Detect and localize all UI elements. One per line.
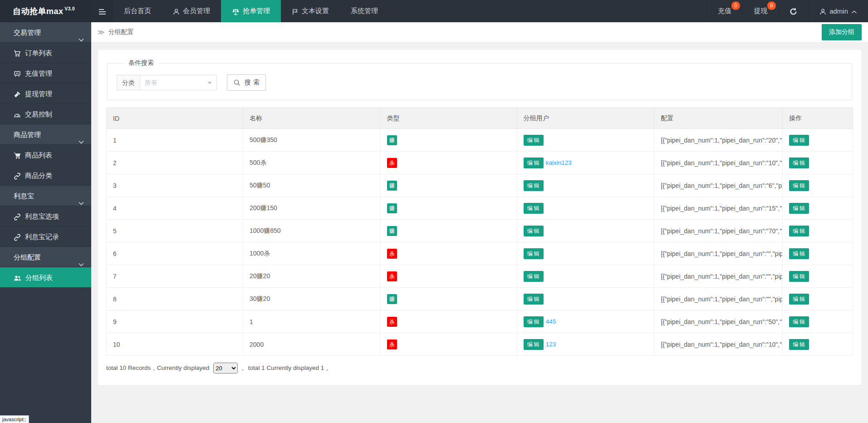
sidebar-item-recharge-mgmt[interactable]: 充值管理	[0, 63, 91, 84]
cell-actions: 编辑	[783, 265, 853, 288]
sidebar-section-trade[interactable]: 交易管理	[0, 22, 91, 43]
link-icon	[14, 226, 21, 247]
sidebar-toggle-button[interactable]	[91, 0, 113, 22]
withdraw-button[interactable]: 提现 0	[742, 0, 778, 22]
col-header-config: 配置	[654, 108, 783, 129]
sidebar-item-order-list[interactable]: 订单列表	[0, 43, 91, 63]
search-button[interactable]: 搜索	[227, 74, 266, 91]
type-badge: 赚	[387, 226, 397, 236]
cell-actions: 编辑	[783, 174, 853, 197]
group-user-link[interactable]: 445	[546, 318, 556, 325]
group-user-edit-button[interactable]: 编辑	[524, 135, 544, 146]
cell-type: 赚	[380, 220, 517, 242]
cell-group-user: 编辑445	[517, 310, 654, 333]
row-edit-button[interactable]: 编辑	[789, 339, 809, 350]
group-user-link[interactable]: kaixin123	[546, 159, 572, 166]
table-row: 3 50赚50 赚 编辑 [{"pipei_dan_num":1,"pipei_…	[107, 174, 853, 197]
nav-item-grab-order[interactable]: 抢单管理	[221, 0, 281, 22]
group-user-edit-button[interactable]: 编辑	[524, 180, 544, 191]
category-select[interactable]: 所有	[140, 75, 217, 90]
cell-group-user: 编辑kaixin123	[517, 152, 654, 174]
sidebar-item-label: 订单列表	[25, 43, 52, 63]
sidebar-section-lixibao[interactable]: 利息宝	[0, 186, 91, 206]
category-select-value: 所有	[145, 79, 157, 86]
row-edit-button[interactable]: 编辑	[789, 316, 809, 327]
col-header-group-user: 分组用户	[517, 108, 654, 129]
cell-config: [{"pipei_dan_num":1,"pipei_dan_run":"","…	[654, 288, 783, 310]
section-label: 交易管理	[14, 29, 41, 36]
group-user-edit-button[interactable]: 编辑	[524, 248, 544, 259]
recharge-label: 充值	[718, 7, 731, 15]
row-edit-button[interactable]: 编辑	[789, 271, 809, 282]
gavel-icon	[14, 84, 21, 104]
row-edit-button[interactable]: 编辑	[789, 226, 809, 236]
cell-config: [{"pipei_dan_num":1,"pipei_dan_run":"70"…	[654, 220, 783, 242]
sidebar-item-goods-list[interactable]: 商品列表	[0, 145, 91, 165]
group-user-edit-button[interactable]: 编辑	[524, 271, 544, 282]
cell-group-user: 编辑	[517, 129, 654, 152]
type-badge: 赚	[387, 294, 397, 304]
row-edit-button[interactable]: 编辑	[789, 248, 809, 259]
row-edit-button[interactable]: 编辑	[789, 180, 809, 191]
row-edit-button[interactable]: 编辑	[789, 294, 809, 305]
nav-spacer	[389, 0, 706, 22]
sidebar-item-goods-category[interactable]: 商品分类	[0, 165, 91, 186]
cell-id: 6	[107, 242, 243, 265]
refresh-button[interactable]	[778, 0, 808, 22]
sidebar-item-lixibao-records[interactable]: 利息宝记录	[0, 226, 91, 247]
cell-id: 2	[107, 152, 243, 174]
cell-name: 200赚150	[243, 197, 381, 220]
chevron-down-icon	[78, 131, 84, 152]
sidebar-item-lixibao-options[interactable]: 利息宝选项	[0, 206, 91, 226]
sidebar-item-label: 分组列表	[25, 267, 53, 288]
add-group-button[interactable]: 添加分组	[822, 24, 862, 40]
sidebar-section-group-config[interactable]: 分组配置	[0, 247, 91, 267]
user-icon	[173, 7, 180, 15]
table-row: 5 1000赚850 赚 编辑 [{"pipei_dan_num":1,"pip…	[107, 220, 853, 242]
row-edit-button[interactable]: 编辑	[789, 203, 809, 214]
nav-item-text-settings[interactable]: 文本设置	[281, 0, 340, 22]
card-icon	[14, 63, 21, 84]
cell-id: 8	[107, 288, 243, 310]
user-menu[interactable]: admin	[808, 0, 868, 22]
sidebar: 交易管理 订单列表 充值管理 提现管理 交易控制 商品管理	[0, 22, 91, 423]
sidebar-item-label: 利息宝记录	[25, 226, 59, 247]
cell-config: [{"pipei_dan_num":1,"pipei_dan_run":"","…	[654, 242, 783, 265]
row-edit-button[interactable]: 编辑	[789, 157, 809, 168]
group-user-link[interactable]: 123	[546, 341, 556, 348]
table-row: 4 200赚150 赚 编辑 [{"pipei_dan_num":1,"pipe…	[107, 197, 853, 220]
search-legend: 条件搜索	[124, 59, 158, 67]
main-area: ≫ 分组配置 添加分组 条件搜索 分类 所有	[91, 22, 868, 423]
cart-filled-icon	[14, 145, 21, 165]
sidebar-item-label: 商品分类	[25, 165, 52, 186]
sidebar-item-withdraw-mgmt[interactable]: 提现管理	[0, 84, 91, 104]
sidebar-section-goods[interactable]: 商品管理	[0, 124, 91, 145]
table-row: 8 30赚20 赚 编辑 [{"pipei_dan_num":1,"pipei_…	[107, 288, 853, 310]
sidebar-item-group-list[interactable]: 分组列表	[0, 267, 91, 288]
withdraw-badge: 0	[767, 1, 776, 10]
cell-config: [{"pipei_dan_num":1,"pipei_dan_run":"6",…	[654, 174, 783, 197]
nav-item-home[interactable]: 后台首页	[113, 0, 162, 22]
caret-down-icon	[207, 82, 212, 84]
status-link-preview: javascript:;	[0, 415, 29, 423]
page-size-select[interactable]: 20	[213, 363, 238, 374]
group-user-edit-button[interactable]: 编辑	[524, 157, 544, 168]
nav-item-system[interactable]: 系统管理	[340, 0, 389, 22]
sidebar-item-trade-control[interactable]: 交易控制	[0, 104, 91, 124]
cell-config: [{"pipei_dan_num":1,"pipei_dan_run":"10"…	[654, 152, 783, 174]
cell-name: 500赚350	[243, 129, 381, 152]
group-user-edit-button[interactable]: 编辑	[524, 226, 544, 236]
cell-type: 杀	[380, 333, 517, 356]
group-user-edit-button[interactable]: 编辑	[524, 294, 544, 305]
cell-group-user: 编辑	[517, 174, 654, 197]
row-edit-button[interactable]: 编辑	[789, 135, 809, 146]
col-header-actions: 操作	[783, 108, 853, 129]
group-user-edit-button[interactable]: 编辑	[524, 316, 544, 327]
nav-item-members[interactable]: 会员管理	[162, 0, 221, 22]
cell-actions: 编辑	[783, 310, 853, 333]
type-badge: 杀	[387, 271, 397, 281]
group-user-edit-button[interactable]: 编辑	[524, 339, 544, 350]
group-user-edit-button[interactable]: 编辑	[524, 203, 544, 214]
nav-item-label: 后台首页	[124, 7, 151, 15]
recharge-button[interactable]: 充值 0	[706, 0, 742, 22]
